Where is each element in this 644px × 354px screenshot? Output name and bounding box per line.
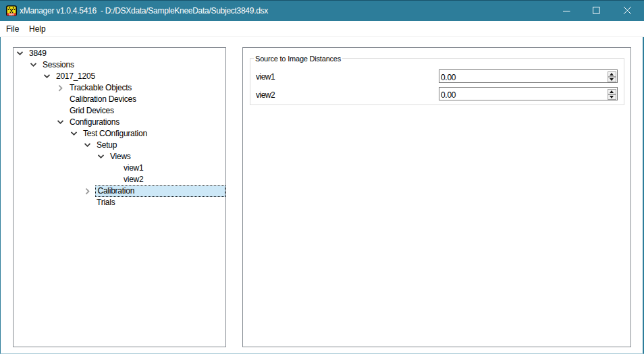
svg-text:MAN: MAN [9, 13, 14, 16]
